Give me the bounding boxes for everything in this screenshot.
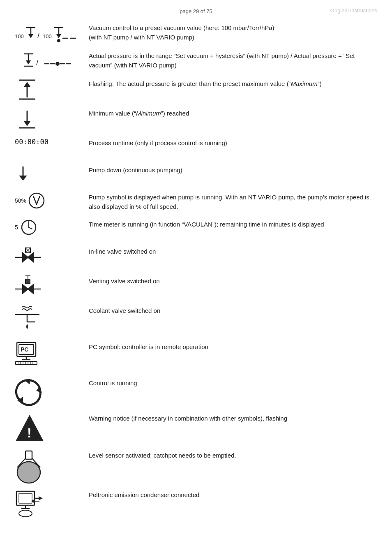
- process-runtime-label: 00:00:00: [15, 138, 48, 146]
- icon-warning-notice: !: [15, 413, 89, 443]
- svg-rect-60: [16, 361, 37, 365]
- icon-level-sensor: [15, 450, 89, 482]
- desc-actual-pressure: Actual pressure is in the range “Set vac…: [89, 51, 377, 70]
- row-control-running: Control is running: [15, 378, 377, 406]
- desc-flashing-max: Flashing: The actual pressure is greater…: [89, 79, 377, 89]
- desc-warning-notice: Warning notice (if necessary in combinat…: [89, 413, 377, 423]
- row-vacuum-control: 100 / 100: [15, 23, 377, 43]
- row-pump-symbol: 50% Pump symbol is displayed when pump i…: [15, 192, 377, 212]
- desc-pc-symbol: PC symbol: controller is in remote opera…: [89, 342, 377, 352]
- icon-inline-valve: [15, 246, 89, 268]
- svg-line-34: [29, 227, 32, 229]
- desc-pump-down: Pump down (continuous pumping): [89, 165, 377, 175]
- original-instructions-label: Original instructions: [330, 7, 377, 14]
- desc-vacuum-control: Vacuum control to a preset vacuum value …: [89, 23, 377, 42]
- svg-point-81: [19, 510, 32, 517]
- svg-text:/: /: [36, 59, 38, 67]
- icon-pump-symbol: 50%: [15, 192, 89, 209]
- svg-text:!: !: [27, 426, 32, 440]
- row-time-meter: 5 Time meter is running (in function “VA…: [15, 219, 377, 239]
- svg-rect-78: [19, 493, 32, 503]
- row-level-sensor: Level sensor activated; catchpot needs t…: [15, 450, 377, 482]
- svg-marker-23: [24, 82, 30, 87]
- svg-marker-3: [28, 34, 33, 38]
- icon-venting-valve: [15, 276, 89, 298]
- svg-text:PC: PC: [21, 346, 28, 353]
- svg-point-19: [55, 62, 60, 66]
- svg-marker-27: [24, 121, 30, 126]
- desc-coolant-valve: Coolant valve switched on: [89, 305, 377, 316]
- pump-percent-label: 50%: [15, 197, 26, 204]
- row-pc-symbol: PC PC symbol: controller is in remote op…: [15, 342, 377, 370]
- row-minimum-value: Minimum value (“Minimum”) reached: [15, 108, 377, 130]
- icon-peltronic: [15, 490, 89, 519]
- desc-venting-valve: Venting valve switched on: [89, 276, 377, 286]
- desc-inline-valve: In-line valve switched on: [89, 246, 377, 257]
- row-venting-valve: Venting valve switched on: [15, 276, 377, 298]
- icon-vacuum-control: 100 / 100: [15, 23, 89, 43]
- desc-time-meter: Time meter is running (in function “VACU…: [89, 219, 377, 229]
- page-header: page 29 of 75 Original instructions: [0, 0, 392, 18]
- svg-marker-39: [27, 252, 34, 263]
- svg-marker-30: [19, 176, 27, 180]
- icon-actual-pressure: /: [15, 51, 89, 71]
- svg-marker-85: [31, 499, 35, 503]
- icon-pc-symbol: PC: [15, 342, 89, 370]
- svg-marker-8: [56, 34, 61, 38]
- svg-marker-14: [26, 60, 31, 65]
- desc-pump-symbol: Pump symbol is displayed when pump is ru…: [89, 192, 377, 211]
- row-coolant-valve: Coolant valve switched on: [15, 305, 377, 334]
- desc-process-runtime: Process runtime (only if process control…: [89, 138, 377, 148]
- svg-text:100: 100: [15, 33, 24, 39]
- row-actual-pressure: / Actual pressure is in the range “Set v…: [15, 51, 377, 71]
- row-warning-notice: ! Warning notice (if necessary in combin…: [15, 413, 377, 443]
- page-number: page 29 of 75: [180, 8, 212, 14]
- row-peltronic: Peltronic emission condenser connected: [15, 490, 377, 519]
- row-flashing-max: Flashing: The actual pressure is greater…: [15, 79, 377, 101]
- svg-text:/: /: [37, 32, 39, 40]
- desc-peltronic: Peltronic emission condenser connected: [89, 490, 377, 500]
- content-area: 100 / 100: [0, 18, 392, 539]
- svg-point-31: [29, 193, 44, 208]
- icon-minimum-value: [15, 108, 89, 130]
- svg-marker-46: [27, 284, 34, 294]
- desc-control-running: Control is running: [89, 378, 377, 388]
- icon-time-meter: 5: [15, 219, 89, 236]
- row-process-runtime: 00:00:00 Process runtime (only if proces…: [15, 138, 377, 157]
- desc-minimum-value: Minimum value (“Minimum”) reached: [89, 108, 377, 118]
- desc-level-sensor: Level sensor activated; catchpot needs t…: [89, 450, 377, 460]
- svg-rect-73: [25, 451, 32, 459]
- svg-point-9: [57, 39, 60, 42]
- icon-process-runtime: 00:00:00: [15, 138, 89, 146]
- time-meter-label: 5: [15, 224, 18, 231]
- icon-coolant-valve: [15, 305, 89, 334]
- svg-marker-83: [39, 496, 43, 500]
- svg-point-74: [17, 462, 40, 483]
- icon-pump-down: [15, 165, 89, 183]
- icon-flashing-max: [15, 79, 89, 101]
- row-pump-down: Pump down (continuous pumping): [15, 165, 377, 185]
- row-inline-valve: In-line valve switched on: [15, 246, 377, 268]
- icon-control-running: [15, 378, 89, 406]
- svg-text:100: 100: [43, 33, 52, 39]
